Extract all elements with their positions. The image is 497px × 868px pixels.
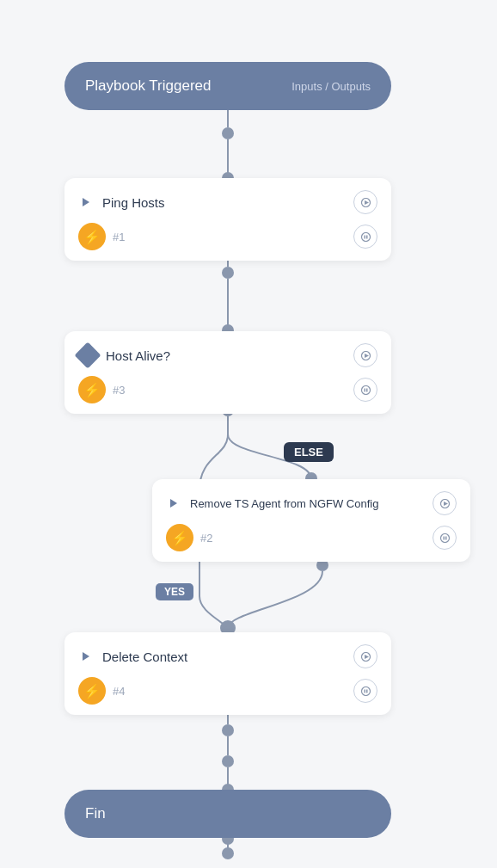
svg-point-32	[361, 385, 370, 394]
trigger-node: Playbook Triggered Inputs / Outputs	[64, 62, 391, 110]
delete-context-footer: ⚡ #4	[78, 677, 377, 705]
delete-context-play-btn[interactable]	[353, 644, 377, 668]
ping-hosts-header-left: Ping Hosts	[78, 194, 165, 210]
ping-hosts-chevron	[78, 194, 94, 210]
delete-context-header: Delete Context	[78, 644, 377, 668]
svg-rect-45	[364, 689, 365, 693]
ping-hosts-header: Ping Hosts	[78, 190, 377, 214]
svg-marker-37	[444, 502, 448, 506]
remove-ts-num: #2	[200, 532, 212, 545]
svg-rect-34	[366, 388, 368, 391]
delete-context-num: #4	[113, 685, 125, 698]
svg-point-18	[222, 755, 234, 767]
svg-point-27	[361, 232, 370, 241]
remove-ts-footer: ⚡ #2	[166, 524, 457, 551]
remove-ts-play-btn[interactable]	[433, 491, 457, 515]
fin-node: Fin	[64, 790, 391, 838]
svg-point-5	[222, 267, 234, 279]
ping-hosts-actions	[353, 190, 377, 214]
delete-context-bolt-icon: ⚡	[78, 677, 106, 705]
ping-hosts-footer-left: ⚡ #1	[78, 223, 125, 250]
delete-context-actions	[353, 644, 377, 668]
svg-point-23	[222, 847, 234, 859]
svg-marker-31	[365, 354, 369, 358]
delete-context-header-left: Delete Context	[78, 649, 187, 664]
delete-context-pause-btn[interactable]	[353, 679, 377, 703]
else-badge: ELSE	[284, 442, 334, 462]
svg-point-1	[222, 127, 234, 139]
ping-hosts-play-btn[interactable]	[353, 190, 377, 214]
ping-hosts-num: #1	[113, 231, 125, 243]
delete-context-card: Delete Context ⚡ #4	[64, 632, 391, 715]
ping-hosts-pause-btn[interactable]	[353, 225, 377, 249]
svg-marker-24	[83, 198, 89, 206]
svg-rect-39	[443, 536, 445, 539]
ping-hosts-title: Ping Hosts	[102, 195, 165, 210]
svg-marker-41	[83, 652, 89, 661]
ping-hosts-footer: ⚡ #1	[78, 223, 377, 250]
svg-marker-43	[365, 655, 369, 659]
delete-context-title: Delete Context	[102, 649, 187, 664]
host-alive-diamond-icon	[74, 342, 101, 368]
yes-badge: YES	[156, 583, 193, 600]
host-alive-play-btn[interactable]	[353, 343, 377, 367]
trigger-io-label: Inputs / Outputs	[291, 80, 371, 93]
remove-ts-actions	[433, 491, 457, 515]
host-alive-actions	[353, 343, 377, 367]
host-alive-header: Host Alive?	[78, 343, 377, 367]
host-alive-pause-btn[interactable]	[353, 378, 377, 402]
svg-rect-40	[445, 536, 447, 539]
remove-ts-bolt-icon: ⚡	[166, 524, 193, 551]
remove-ts-title: Remove TS Agent from NGFW Config	[190, 497, 378, 510]
svg-rect-28	[364, 235, 365, 238]
svg-rect-29	[366, 235, 368, 238]
svg-point-16	[222, 724, 234, 736]
host-alive-title: Host Alive?	[106, 348, 170, 363]
host-alive-card: Host Alive? ⚡ #3	[64, 331, 391, 414]
host-alive-footer-left: ⚡ #3	[78, 376, 125, 403]
remove-ts-chevron	[166, 496, 181, 511]
fin-title: Fin	[85, 805, 106, 822]
svg-marker-35	[170, 499, 177, 508]
host-alive-bolt-icon: ⚡	[78, 376, 106, 403]
delete-context-footer-left: ⚡ #4	[78, 677, 125, 705]
delete-context-chevron	[78, 649, 94, 664]
svg-rect-33	[364, 388, 365, 391]
remove-ts-header: Remove TS Agent from NGFW Config	[166, 491, 457, 515]
remove-ts-footer-left: ⚡ #2	[166, 524, 212, 551]
ping-hosts-card: Ping Hosts ⚡ #1	[64, 178, 391, 261]
svg-marker-26	[365, 200, 369, 205]
host-alive-header-left: Host Alive?	[78, 346, 170, 365]
host-alive-footer: ⚡ #3	[78, 376, 377, 403]
svg-rect-46	[366, 689, 368, 693]
host-alive-num: #3	[113, 384, 125, 397]
remove-ts-header-left: Remove TS Agent from NGFW Config	[166, 496, 378, 511]
remove-ts-pause-btn[interactable]	[433, 526, 457, 550]
svg-point-44	[361, 686, 370, 695]
remove-ts-card: Remove TS Agent from NGFW Config ⚡ #2	[152, 479, 470, 562]
svg-point-38	[440, 533, 449, 542]
trigger-title: Playbook Triggered	[85, 77, 211, 95]
ping-hosts-bolt-icon: ⚡	[78, 223, 106, 250]
